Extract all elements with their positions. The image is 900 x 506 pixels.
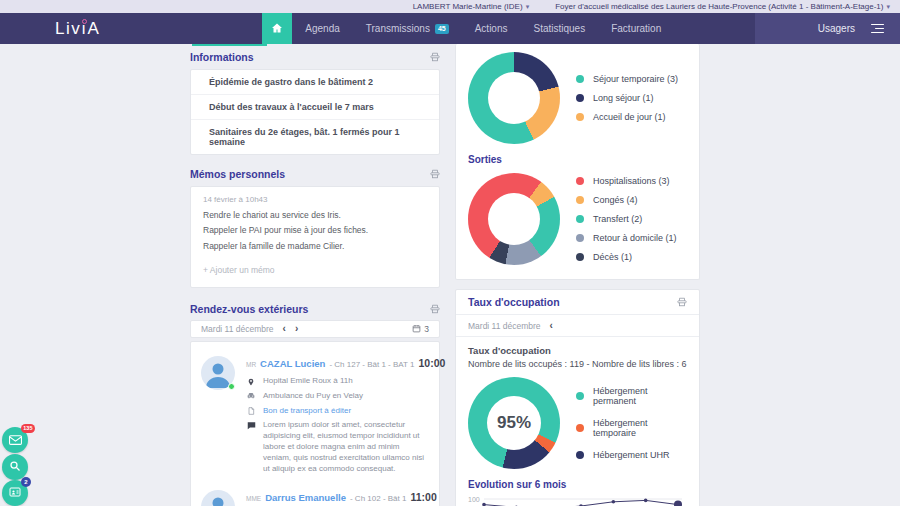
occupancy-legend: Hébergement permanent Hébergement tempor… xyxy=(576,386,687,460)
movements-card: Séjour temporaire (3) Long séjour (1) Ac… xyxy=(455,44,700,280)
document-icon xyxy=(246,406,256,416)
section-title: Rendez-vous extérieurs xyxy=(190,303,308,315)
list-item[interactable]: Épidémie de gastro dans le bâtiment 2 xyxy=(191,70,439,95)
search-icon xyxy=(9,458,21,476)
legend-dot xyxy=(576,392,584,400)
memos-header: Mémos personnels xyxy=(190,168,440,180)
resident-info: - Ch 102 - Bât 1 xyxy=(350,492,406,506)
user-menu[interactable]: LAMBERT Marie-Martine (IDE) ▾ xyxy=(413,2,529,11)
occupancy-card: Taux d'occupation Mardi 11 décembre ‹ Ta… xyxy=(455,289,700,506)
home-icon xyxy=(271,20,283,38)
list-item[interactable]: Début des travaux à l'accueil le 7 mars xyxy=(191,95,439,120)
transport-voucher-link[interactable]: Bon de transport à éditer xyxy=(263,406,351,417)
document-row: Bon de transport à éditer xyxy=(246,406,429,417)
users-fab[interactable]: 2 xyxy=(2,480,28,506)
legend-dot xyxy=(576,177,584,185)
sorties-donut-chart xyxy=(468,173,560,265)
civility-label: Mme xyxy=(246,492,261,506)
legend-dot xyxy=(576,215,584,223)
rendezvous-header: Rendez-vous extérieurs xyxy=(190,303,440,315)
chevron-down-icon: ▾ xyxy=(886,3,890,11)
chevron-down-icon: ▾ xyxy=(526,3,530,11)
speech-bubble-icon xyxy=(246,421,256,430)
admissions-donut-chart xyxy=(468,52,560,144)
rendezvous-datebar: Mardi 11 décembre ‹ › 3 xyxy=(190,320,440,338)
print-icon[interactable] xyxy=(430,304,440,314)
tab-actions[interactable]: Actions xyxy=(462,13,521,44)
tab-agenda[interactable]: Agenda xyxy=(292,13,352,44)
tab-statistiques[interactable]: Statistiques xyxy=(520,13,598,44)
facility-name: Foyer d'accueil médicalisé des Lauriers … xyxy=(555,2,883,11)
nav-items: Agenda Transmissions 45 Actions Statisti… xyxy=(262,13,674,44)
memo-item[interactable]: Rappeler le PAI pour mise à jour des fic… xyxy=(203,225,427,235)
date-label: Mardi 11 décembre xyxy=(201,324,274,334)
transport-row: Ambulance du Puy en Velay xyxy=(246,391,429,402)
legend-dot xyxy=(576,94,584,102)
facility-menu[interactable]: Foyer d'accueil médicalisé des Lauriers … xyxy=(555,2,890,11)
occupancy-rate: 95% xyxy=(497,413,531,433)
resident-link[interactable]: Darrus Emanuelle xyxy=(265,491,346,505)
admissions-legend: Séjour temporaire (3) Long séjour (1) Ac… xyxy=(576,74,678,122)
user-name: LAMBERT Marie-Martine (IDE) xyxy=(413,2,523,11)
print-icon[interactable] xyxy=(677,297,687,307)
memo-item[interactable]: Rappeler la famille de madame Cilier. xyxy=(203,241,427,251)
occupancy-stats: Nombre de lits occupés : 119 - Nombre de… xyxy=(468,359,687,369)
resident-link[interactable]: CAZAL Lucien xyxy=(260,357,325,371)
occupancy-subtitle: Taux d'occupation xyxy=(468,345,687,356)
add-memo-button[interactable]: + Ajouter un mémo xyxy=(203,265,275,275)
avatar xyxy=(201,356,235,390)
prev-day-button[interactable]: ‹ xyxy=(283,324,286,334)
prev-day-button[interactable]: ‹ xyxy=(550,320,553,331)
memo-item[interactable]: Rendre le chariot au service des Iris. xyxy=(203,210,427,220)
list-item[interactable]: Sanitaires du 2e étages, bât. 1 fermés p… xyxy=(191,120,439,154)
transmissions-badge: 45 xyxy=(435,24,449,34)
calendar-icon xyxy=(412,324,421,335)
legend-dot xyxy=(576,234,584,242)
tab-transmissions[interactable]: Transmissions 45 xyxy=(353,13,462,44)
legend-dot xyxy=(576,196,584,204)
date-label: Mardi 11 décembre xyxy=(468,321,541,331)
occupancy-donut-chart: 95% xyxy=(468,377,560,469)
memos-card: 14 février à 10h43 Rendre le chariot au … xyxy=(190,186,440,288)
sorties-title: Sorties xyxy=(468,154,687,165)
informations-card: Épidémie de gastro dans le bâtiment 2 Dé… xyxy=(190,69,440,155)
legend-dot xyxy=(576,75,584,83)
users-badge: 2 xyxy=(21,477,31,487)
nav-right-panel: Usagers xyxy=(755,13,900,44)
dashboard-page: LAMBERT Marie-Martine (IDE) ▾ Foyer d'ac… xyxy=(0,0,900,506)
appointments-card: Mr CAZAL Lucien - Ch 127 - Bât 1 - BAT 1… xyxy=(190,341,440,506)
legend-dot xyxy=(576,113,584,121)
legend-dot xyxy=(576,451,584,459)
usagers-button[interactable]: Usagers xyxy=(818,23,855,34)
print-icon[interactable] xyxy=(430,52,440,62)
top-strip: LAMBERT Marie-Martine (IDE) ▾ Foyer d'ac… xyxy=(0,0,900,13)
map-pin-icon xyxy=(246,377,256,387)
card-title: Taux d'occupation xyxy=(468,296,560,308)
tab-home[interactable] xyxy=(262,13,292,44)
messages-fab[interactable]: 135 xyxy=(2,427,28,453)
location-row: Hopital Emile Roux à 11h xyxy=(246,376,429,387)
informations-header: Informations xyxy=(190,51,440,63)
memo-timestamp: 14 février à 10h43 xyxy=(203,195,427,204)
avatar xyxy=(201,490,235,506)
section-title: Mémos personnels xyxy=(190,168,285,180)
left-column: Informations Épidémie de gastro dans le … xyxy=(190,44,440,506)
sorties-legend: Hospitalisations (3) Congés (4) Transfer… xyxy=(576,176,677,262)
appointment-row: Mme Darrus Emanuelle - Ch 102 - Bât 1 11… xyxy=(201,490,429,506)
right-column: Séjour temporaire (3) Long séjour (1) Ac… xyxy=(455,44,700,506)
menu-icon[interactable] xyxy=(871,24,884,34)
print-icon[interactable] xyxy=(430,169,440,179)
evolution-line-chart: 10075 xyxy=(468,492,687,506)
main-navbar: LivıA Agenda Transmissions 45 Actions St… xyxy=(0,13,900,44)
envelope-icon xyxy=(9,431,22,449)
note-row: Lorem ipsum dolor sit amet, consectetur … xyxy=(246,420,429,474)
car-icon xyxy=(246,391,256,400)
legend-dot xyxy=(576,424,584,432)
app-logo: LivıA xyxy=(55,19,100,39)
tab-facturation[interactable]: Facturation xyxy=(598,13,674,44)
civility-label: Mr xyxy=(246,358,256,372)
next-day-button[interactable]: › xyxy=(295,324,298,334)
legend-dot xyxy=(576,253,584,261)
resident-info: - Ch 127 - Bât 1 - BAT 1 xyxy=(329,358,414,372)
status-dot xyxy=(228,383,235,390)
